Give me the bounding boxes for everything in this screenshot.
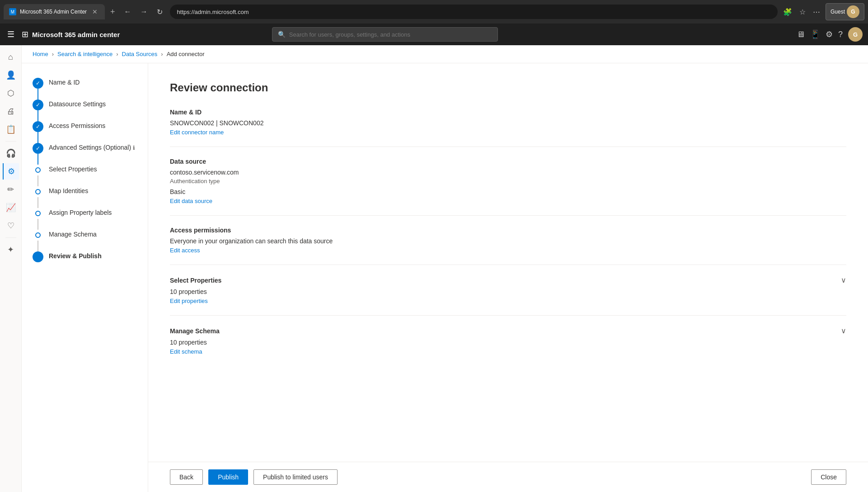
refresh-button[interactable]: ↻	[153, 6, 166, 18]
wizard-right-panel: Review connection Name & ID SNOWCON002 |…	[148, 63, 868, 492]
app-title: Microsoft 365 admin center	[32, 31, 120, 38]
sidebar-item-favorites[interactable]: ♡	[3, 218, 19, 234]
sidebar-item-billing[interactable]: 🖨	[3, 103, 19, 119]
nav-separator-2	[5, 237, 16, 238]
browser-extensions-button[interactable]: 🧩	[781, 6, 794, 18]
wizard-step-select-props[interactable]: Select Properties	[33, 165, 137, 186]
wizard-steps: ✓ Name & ID ✓ Datasource Settings ✓ Acce…	[33, 78, 137, 262]
wizard-step-review[interactable]: Review & Publish	[33, 251, 137, 262]
step-label-map-identities: Map Identities	[49, 186, 88, 194]
wizard-step-datasource[interactable]: ✓ Datasource Settings	[33, 99, 137, 121]
tab-favicon: M	[9, 8, 16, 15]
settings-icon-button[interactable]: ⚙	[826, 29, 833, 39]
back-button[interactable]: Back	[170, 469, 203, 485]
wizard-step-name-id[interactable]: ✓ Name & ID	[33, 78, 137, 99]
review-section-access: Access permissions Everyone in your orga…	[170, 227, 846, 265]
tv-icon-button[interactable]: 🖥	[797, 30, 805, 39]
sidebar-item-analytics[interactable]: 📈	[3, 199, 19, 216]
edit-access-link[interactable]: Edit access	[170, 247, 200, 254]
wizard-step-map-identities[interactable]: Map Identities	[33, 186, 137, 208]
sidebar-item-whats-new[interactable]: ✦	[3, 241, 19, 258]
step-indicator-name-id: ✓	[33, 78, 43, 89]
step-indicator-select-props	[35, 167, 41, 173]
review-section-data-source: Data source contoso.servicenow.com Authe…	[170, 158, 846, 216]
step-indicator-manage-schema	[35, 232, 41, 238]
section-title-access: Access permissions	[170, 227, 231, 234]
step-indicator-datasource: ✓	[33, 99, 43, 110]
back-button[interactable]: ←	[121, 6, 135, 18]
forward-button[interactable]: →	[137, 6, 151, 18]
publish-button[interactable]: Publish	[208, 469, 248, 485]
sidebar-item-home[interactable]: ⌂	[3, 49, 19, 65]
app-logo: ⊞ Microsoft 365 admin center	[22, 29, 120, 39]
content-area: Home › Search & intelligence › Data Sour…	[22, 45, 868, 492]
section-header-data-source: Data source	[170, 158, 846, 165]
step-label-access: Access Permissions	[49, 121, 105, 129]
search-icon: 🔍	[278, 31, 286, 38]
step-label-name-id: Name & ID	[49, 78, 80, 86]
global-search[interactable]: 🔍	[272, 27, 498, 42]
address-bar[interactable]	[170, 5, 778, 19]
section-header-access: Access permissions	[170, 227, 846, 234]
footer-right: Close	[811, 469, 846, 485]
breadcrumb-sep-1: ›	[52, 51, 54, 57]
edit-properties-link[interactable]: Edit properties	[170, 298, 208, 304]
search-input[interactable]	[289, 31, 492, 38]
publish-limited-button[interactable]: Publish to limited users	[253, 469, 338, 485]
section-sub-auth-type-label: Authentication type	[170, 178, 846, 184]
guest-label: Guest	[830, 9, 845, 15]
section-header-manage-schema[interactable]: Manage Schema ∨	[170, 326, 846, 335]
mobile-icon-button[interactable]: 📱	[810, 29, 820, 39]
tab-close-button[interactable]: ✕	[90, 8, 99, 15]
section-value-manage-schema: 10 properties	[170, 339, 846, 346]
guest-profile-button[interactable]: Guest G	[826, 3, 864, 20]
sidebar-item-setup[interactable]: ✏	[3, 181, 19, 198]
wizard-step-advanced[interactable]: ✓ Advanced Settings (Optional) ℹ	[33, 143, 137, 165]
user-avatar[interactable]: G	[848, 27, 863, 42]
breadcrumb-data-sources[interactable]: Data Sources	[122, 51, 158, 57]
page-title: Review connection	[170, 81, 846, 94]
section-title-select-props: Select Properties	[170, 277, 221, 284]
new-tab-button[interactable]: +	[108, 5, 117, 19]
tab-title: Microsoft 365 Admin Center	[20, 9, 87, 15]
hamburger-menu-button[interactable]: ☰	[5, 28, 16, 41]
step-label-select-props: Select Properties	[49, 165, 97, 173]
help-icon-button[interactable]: ?	[838, 30, 843, 39]
wizard-container: ✓ Name & ID ✓ Datasource Settings ✓ Acce…	[22, 63, 868, 492]
section-value-auth-type: Basic	[170, 188, 846, 195]
sidebar-item-teams[interactable]: ⬡	[3, 85, 19, 101]
breadcrumb-home[interactable]: Home	[33, 51, 48, 57]
step-label-assign-labels: Assign Property labels	[49, 208, 112, 216]
section-value-select-props: 10 properties	[170, 288, 846, 295]
edit-connector-name-link[interactable]: Edit connector name	[170, 129, 224, 136]
browser-menu-button[interactable]: ⋯	[811, 6, 822, 18]
edit-data-source-link[interactable]: Edit data source	[170, 198, 212, 204]
breadcrumb-search-intelligence[interactable]: Search & intelligence	[57, 51, 113, 57]
step-indicator-access: ✓	[33, 121, 43, 132]
wizard-content: Review connection Name & ID SNOWCON002 |…	[148, 63, 868, 462]
nav-separator	[5, 141, 16, 142]
wizard-step-manage-schema[interactable]: Manage Schema	[33, 230, 137, 251]
sidebar-item-settings[interactable]: ⚙	[3, 163, 19, 180]
section-title-name-id: Name & ID	[170, 109, 202, 116]
left-nav: ⌂ 👤 ⬡ 🖨 📋 🎧 ⚙ ✏ 📈 ♡ ✦	[0, 45, 22, 492]
section-value-access: Everyone in your organization can search…	[170, 237, 846, 245]
wizard-step-assign-labels[interactable]: Assign Property labels	[33, 208, 137, 230]
browser-favorites-button[interactable]: ☆	[798, 6, 807, 18]
section-header-select-props[interactable]: Select Properties ∨	[170, 276, 846, 284]
wizard-step-access[interactable]: ✓ Access Permissions	[33, 121, 137, 143]
sidebar-item-reports[interactable]: 📋	[3, 121, 19, 137]
sidebar-item-health[interactable]: 🎧	[3, 145, 19, 161]
browser-tab[interactable]: M Microsoft 365 Admin Center ✕	[4, 4, 105, 19]
browser-chrome: M Microsoft 365 Admin Center ✕ + ← → ↻ 🧩…	[0, 0, 868, 24]
step-indicator-advanced: ✓	[33, 143, 43, 154]
edit-schema-link[interactable]: Edit schema	[170, 348, 202, 355]
step-label-manage-schema: Manage Schema	[49, 230, 97, 238]
step-label-review: Review & Publish	[49, 251, 102, 260]
review-section-manage-schema: Manage Schema ∨ 10 properties Edit schem…	[170, 326, 846, 366]
header-actions: 🖥 📱 ⚙ ? G	[797, 27, 863, 42]
breadcrumb-sep-3: ›	[161, 51, 163, 57]
close-button[interactable]: Close	[811, 469, 846, 485]
sidebar-item-users[interactable]: 👤	[3, 67, 19, 83]
wizard-sidebar: ✓ Name & ID ✓ Datasource Settings ✓ Acce…	[22, 63, 148, 492]
